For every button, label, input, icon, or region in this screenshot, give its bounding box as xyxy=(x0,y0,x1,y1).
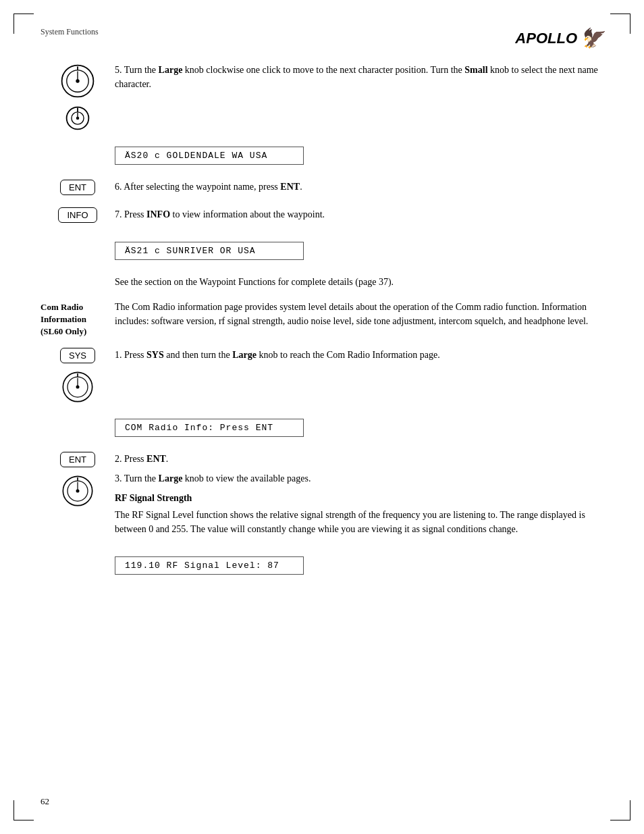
lcd-display-3-wrapper: COM Radio Info: Press ENT xyxy=(115,412,603,444)
lcd-display-4: 119.10 RF Signal Level: 87 xyxy=(115,556,304,575)
step7-section: INFO 7. Press INFO to view information a… xyxy=(41,207,603,227)
rf-text: The RF Signal Level function shows the r… xyxy=(115,508,603,536)
step6-section: ENT 6. After selecting the waypoint name… xyxy=(41,180,603,199)
corner-br xyxy=(610,800,630,820)
step7-paragraph: 7. Press INFO to view information about … xyxy=(115,207,603,221)
corner-tl xyxy=(14,14,34,34)
sys-step1-section: SYS 1. Press SYS and then turn the Large… xyxy=(41,348,603,404)
corner-bl xyxy=(14,800,34,820)
ent-step2-section: ENT 2. Press ENT. 3. Turn the Large knob… xyxy=(41,452,603,542)
com-radio-label-col: Com RadioInformation(SL60 Only) xyxy=(41,300,115,338)
corner-tr xyxy=(610,14,630,34)
step5-section: 5. Turn the Large knob clockwise one cli… xyxy=(41,63,603,132)
step6-paragraph: 6. After selecting the waypoint name, pr… xyxy=(115,180,603,194)
apollo-logo: APOLLO 🦅 xyxy=(515,27,603,49)
com-radio-section: Com RadioInformation(SL60 Only) The Com … xyxy=(41,300,603,338)
large-knob-icon-3 xyxy=(61,474,95,508)
knob-icons xyxy=(41,63,115,132)
rf-heading: RF Signal Strength xyxy=(115,491,603,505)
ent-icon-col: ENT xyxy=(41,180,115,199)
page-container: System Functions APOLLO 🦅 xyxy=(0,0,644,834)
system-functions-label: System Functions xyxy=(41,27,99,37)
step5-text: 5. Turn the Large knob clockwise one cli… xyxy=(115,63,603,97)
page-header: System Functions APOLLO 🦅 xyxy=(41,27,603,49)
sys-icon-col: SYS xyxy=(41,348,115,404)
ent-step2-text: 2. Press ENT. 3. Turn the Large knob to … xyxy=(115,452,603,542)
com-radio-paragraph: The Com Radio information page provides … xyxy=(115,300,603,328)
large-knob-icon-2 xyxy=(61,370,95,404)
ent-step2-paragraph: 2. Press ENT. xyxy=(115,452,603,466)
lcd-display-2-wrapper: ÄS21 c SUNRIVER OR USA xyxy=(115,235,603,267)
ent2-icon-col: ENT xyxy=(41,452,115,508)
ent-button-icon: ENT xyxy=(60,180,95,195)
sys-button-icon: SYS xyxy=(60,348,95,363)
lcd-display-1: ÄS20 c GOLDENDALE WA USA xyxy=(115,147,304,165)
lcd-display-4-wrapper: 119.10 RF Signal Level: 87 xyxy=(115,550,603,581)
small-knob-icon xyxy=(64,105,91,132)
step6-text: 6. After selecting the waypoint name, pr… xyxy=(115,180,603,199)
sys-step1-paragraph: 1. Press SYS and then turn the Large kno… xyxy=(115,348,603,362)
lcd-display-2: ÄS21 c SUNRIVER OR USA xyxy=(115,242,304,260)
lcd-display-1-wrapper: ÄS20 c GOLDENDALE WA USA xyxy=(115,140,603,172)
large-knob-icon xyxy=(59,63,96,99)
info-icon-col: INFO xyxy=(41,207,115,227)
com-radio-text-col: The Com Radio information page provides … xyxy=(115,300,603,338)
info-button-icon: INFO xyxy=(58,207,97,223)
sys-step1-text: 1. Press SYS and then turn the Large kno… xyxy=(115,348,603,367)
logo-text: APOLLO xyxy=(515,30,577,47)
see-section-text: See the section on the Waypoint Function… xyxy=(115,275,603,289)
large-step3-paragraph: 3. Turn the Large knob to view the avail… xyxy=(115,471,603,486)
page-number: 62 xyxy=(41,796,49,807)
bird-icon: 🦅 xyxy=(580,27,603,49)
com-radio-label: Com RadioInformation(SL60 Only) xyxy=(41,301,115,338)
step5-paragraph: 5. Turn the Large knob clockwise one cli… xyxy=(115,63,603,91)
ent2-button-icon: ENT xyxy=(60,452,95,467)
step7-text: 7. Press INFO to view information about … xyxy=(115,207,603,227)
lcd-display-3: COM Radio Info: Press ENT xyxy=(115,419,304,437)
